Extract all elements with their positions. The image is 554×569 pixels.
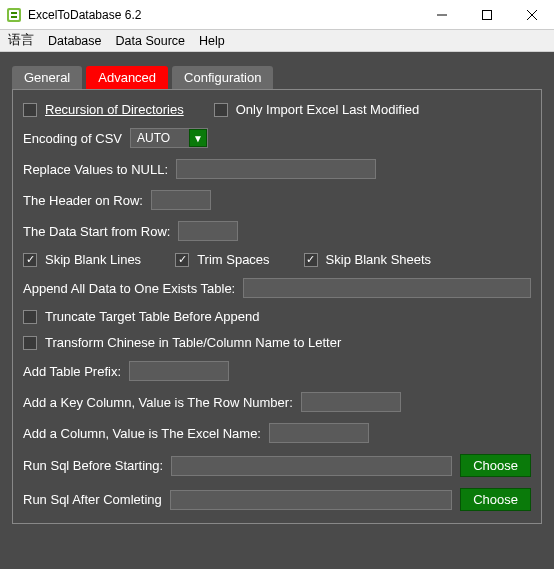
recursion-checkbox[interactable] bbox=[23, 103, 37, 117]
choose-after-button[interactable]: Choose bbox=[460, 488, 531, 511]
data-start-row-input[interactable] bbox=[178, 221, 238, 241]
chevron-down-icon[interactable]: ▼ bbox=[189, 129, 207, 147]
menu-help[interactable]: Help bbox=[199, 34, 225, 48]
append-table-input[interactable] bbox=[243, 278, 531, 298]
sql-after-label: Run Sql After Comleting bbox=[23, 492, 162, 507]
encoding-label: Encoding of CSV bbox=[23, 131, 122, 146]
skip-blank-lines-label: Skip Blank Lines bbox=[45, 252, 141, 267]
trim-spaces-label: Trim Spaces bbox=[197, 252, 269, 267]
close-button[interactable] bbox=[509, 0, 554, 30]
menu-datasource[interactable]: Data Source bbox=[116, 34, 185, 48]
app-icon bbox=[6, 7, 22, 23]
only-last-modified-checkbox[interactable] bbox=[214, 103, 228, 117]
key-column-label: Add a Key Column, Value is The Row Numbe… bbox=[23, 395, 293, 410]
sql-before-input[interactable] bbox=[171, 456, 452, 476]
key-column-input[interactable] bbox=[301, 392, 401, 412]
skip-blank-lines-checkbox[interactable] bbox=[23, 253, 37, 267]
advanced-panel: Recursion of Directories Only Import Exc… bbox=[12, 89, 542, 524]
sql-after-input[interactable] bbox=[170, 490, 452, 510]
tabs: General Advanced Configuration bbox=[12, 66, 542, 89]
menubar: 语言 Database Data Source Help bbox=[0, 30, 554, 52]
sql-before-label: Run Sql Before Starting: bbox=[23, 458, 163, 473]
tab-configuration[interactable]: Configuration bbox=[172, 66, 273, 89]
replace-null-label: Replace Values to NULL: bbox=[23, 162, 168, 177]
choose-before-button[interactable]: Choose bbox=[460, 454, 531, 477]
encoding-select[interactable]: AUTO ▼ bbox=[130, 128, 208, 148]
minimize-button[interactable] bbox=[419, 0, 464, 30]
menu-language[interactable]: 语言 bbox=[8, 32, 34, 49]
table-prefix-label: Add Table Prefix: bbox=[23, 364, 121, 379]
transform-chinese-checkbox[interactable] bbox=[23, 336, 37, 350]
append-all-label: Append All Data to One Exists Table: bbox=[23, 281, 235, 296]
data-start-row-label: The Data Start from Row: bbox=[23, 224, 170, 239]
window-title: ExcelToDatabase 6.2 bbox=[28, 8, 419, 22]
svg-rect-2 bbox=[11, 12, 17, 14]
transform-chinese-label: Transform Chinese in Table/Column Name t… bbox=[45, 335, 341, 350]
client-area: General Advanced Configuration Recursion… bbox=[0, 52, 554, 569]
recursion-label: Recursion of Directories bbox=[45, 102, 184, 117]
skip-blank-sheets-label: Skip Blank Sheets bbox=[326, 252, 432, 267]
excel-column-input[interactable] bbox=[269, 423, 369, 443]
excel-column-label: Add a Column, Value is The Excel Name: bbox=[23, 426, 261, 441]
tab-advanced[interactable]: Advanced bbox=[86, 66, 168, 89]
header-row-label: The Header on Row: bbox=[23, 193, 143, 208]
svg-rect-1 bbox=[9, 10, 19, 20]
svg-rect-3 bbox=[11, 16, 17, 18]
table-prefix-input[interactable] bbox=[129, 361, 229, 381]
truncate-label: Truncate Target Table Before Append bbox=[45, 309, 259, 324]
header-row-input[interactable] bbox=[151, 190, 211, 210]
svg-rect-5 bbox=[482, 11, 491, 20]
only-last-modified-label: Only Import Excel Last Modified bbox=[236, 102, 420, 117]
window-buttons bbox=[419, 0, 554, 29]
skip-blank-sheets-checkbox[interactable] bbox=[304, 253, 318, 267]
menu-database[interactable]: Database bbox=[48, 34, 102, 48]
replace-null-input[interactable] bbox=[176, 159, 376, 179]
titlebar: ExcelToDatabase 6.2 bbox=[0, 0, 554, 30]
encoding-value: AUTO bbox=[131, 131, 189, 145]
tab-general[interactable]: General bbox=[12, 66, 82, 89]
trim-spaces-checkbox[interactable] bbox=[175, 253, 189, 267]
truncate-checkbox[interactable] bbox=[23, 310, 37, 324]
maximize-button[interactable] bbox=[464, 0, 509, 30]
